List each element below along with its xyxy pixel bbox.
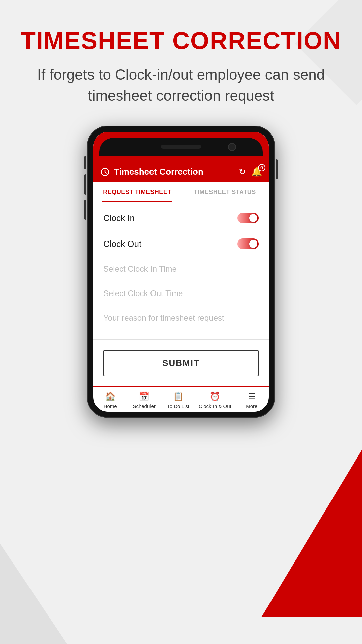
todo-icon: 📋 (173, 391, 184, 402)
nav-more-label: More (246, 403, 257, 409)
nav-more[interactable]: ☰ More (238, 391, 265, 409)
nav-todo[interactable]: 📋 To Do List (165, 391, 192, 409)
volume-down-button (84, 200, 86, 220)
bg-decoration-bottom-left (0, 543, 67, 644)
reason-row[interactable]: Your reason for timesheet request (93, 306, 269, 339)
nav-clock-in-out-label: Clock In & Out (199, 403, 231, 409)
notification-bell[interactable]: 🔔 0 (251, 167, 262, 177)
clock-in-row: Clock In (93, 205, 269, 231)
phone-outer: 11:46 AM 0.0KB/s H+ Timesheet Correction (87, 126, 275, 418)
refresh-icon[interactable]: ↻ (239, 167, 246, 177)
clock-in-toggle[interactable] (237, 213, 259, 223)
app-header: Timesheet Correction ↻ 🔔 0 (93, 161, 269, 182)
nav-home[interactable]: 🏠 Home (97, 391, 124, 409)
app-header-icons: ↻ 🔔 0 (239, 167, 262, 177)
nav-todo-label: To Do List (167, 403, 189, 409)
nav-scheduler[interactable]: 📅 Scheduler (131, 391, 158, 409)
nav-scheduler-label: Scheduler (133, 403, 156, 409)
tab-request-timesheet[interactable]: REQUEST TIMESHEET (93, 182, 181, 202)
clock-in-time-row[interactable]: Select Clock In Time (93, 257, 269, 281)
tab-timesheet-status[interactable]: TIMESHEET STATUS (181, 182, 269, 202)
submit-area: SUBMIT (93, 340, 269, 383)
page-subtitle: If forgets to Clock-in/out employee can … (20, 64, 342, 106)
clock-out-toggle[interactable] (237, 238, 259, 249)
form-content: Clock In Clock Out Select Clock In Time … (93, 202, 269, 386)
home-icon: 🏠 (105, 391, 116, 402)
app-header-left: Timesheet Correction (100, 167, 203, 177)
clock-out-row: Clock Out (93, 231, 269, 257)
app-clock-icon (100, 167, 110, 177)
phone-speaker (161, 145, 201, 149)
scheduler-icon: 📅 (139, 391, 149, 402)
bg-decoration-bottom-right (261, 449, 362, 617)
page-title: TIMESHEET CORRECTION (20, 27, 342, 54)
phone-camera (228, 143, 236, 151)
notification-badge: 0 (258, 164, 265, 171)
volume-up-button (84, 174, 86, 195)
bottom-nav: 🏠 Home 📅 Scheduler 📋 To Do List ⏰ Clock … (93, 386, 269, 412)
page-header: TIMESHEET CORRECTION If forgets to Clock… (0, 0, 362, 119)
reason-placeholder: Your reason for timesheet request (103, 313, 224, 322)
clock-in-out-icon: ⏰ (209, 391, 220, 402)
phone-screen: 11:46 AM 0.0KB/s H+ Timesheet Correction (93, 132, 269, 412)
nav-home-label: Home (104, 403, 117, 409)
tab-bar: REQUEST TIMESHEET TIMESHEET STATUS (93, 182, 269, 202)
submit-button[interactable]: SUBMIT (103, 350, 259, 376)
app-title: Timesheet Correction (114, 167, 203, 177)
clock-in-label: Clock In (103, 213, 135, 223)
nav-clock-in-out[interactable]: ⏰ Clock In & Out (199, 391, 231, 409)
phone-notch (99, 138, 263, 156)
more-icon: ☰ (248, 391, 256, 402)
power-button (276, 159, 278, 179)
phone-mockup: 11:46 AM 0.0KB/s H+ Timesheet Correction (87, 126, 275, 418)
clock-out-time-row[interactable]: Select Clock Out Time (93, 281, 269, 306)
clock-in-time-placeholder: Select Clock In Time (103, 264, 177, 273)
clock-out-label: Clock Out (103, 239, 141, 249)
clock-out-time-placeholder: Select Clock Out Time (103, 289, 183, 298)
volume-silent-button (84, 156, 86, 169)
